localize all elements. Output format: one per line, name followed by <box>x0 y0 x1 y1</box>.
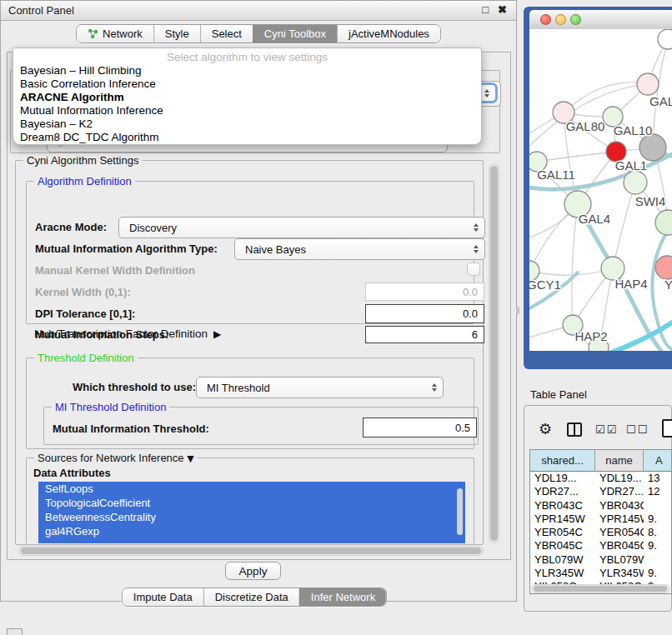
kernel-width-field[interactable]: 0.0 <box>365 282 484 301</box>
tab-discretize-data-label: Discretize Data <box>215 591 288 603</box>
gear-icon[interactable]: ⚙ <box>539 420 552 438</box>
dropdown-item[interactable]: Bayesian – K2 <box>13 118 481 131</box>
network-labels: GAL GAL80 GAL10 GAL1 GAL11 SWI4 GAL4 GCY… <box>529 94 672 343</box>
mi-type-combo[interactable]: Naive Bayes <box>234 238 485 260</box>
columns-icon[interactable] <box>567 422 582 437</box>
aracne-mode-combo[interactable]: Discovery <box>118 217 485 238</box>
control-panel-titlebar[interactable]: Control Panel □ ✖ <box>1 1 516 21</box>
mi-threshold-field[interactable]: 0.5 <box>363 418 477 438</box>
close-traffic-light[interactable] <box>540 14 551 25</box>
node[interactable] <box>624 171 647 194</box>
network-window-titlebar[interactable] <box>529 10 672 31</box>
tab-style[interactable]: Style <box>153 25 200 42</box>
tab-style-label: Style <box>165 28 189 40</box>
top-tab-bar: Network Style Select Cyni Toolbox jActiv… <box>76 24 441 43</box>
vertical-scrollbar[interactable] <box>489 163 499 543</box>
mi-steps-field[interactable]: 6 <box>365 326 484 343</box>
table-row[interactable]: YER054CYER054C8. <box>530 526 672 539</box>
manual-kernel-checkbox[interactable] <box>467 262 480 276</box>
expand-arrow-icon[interactable]: ▶ <box>213 328 221 340</box>
tab-network-label: Network <box>103 28 143 40</box>
network-icon <box>88 28 98 39</box>
apply-button-label: Apply <box>239 565 268 578</box>
table-row[interactable]: YBR043CYBR043C <box>530 499 672 512</box>
table-panel-title: Table Panel <box>530 388 587 401</box>
list-item-partial[interactable] <box>38 538 465 543</box>
table-horizontal-scrollbar-thumb[interactable] <box>534 586 667 592</box>
list-item[interactable]: SelfLoops <box>38 482 465 496</box>
list-item[interactable]: gal4RGexp <box>38 524 465 538</box>
cyni-settings-title: Cyni Algorithm Settings <box>23 154 142 167</box>
table-horizontal-scrollbar[interactable] <box>531 584 670 593</box>
dropdown-item[interactable]: Dream8 DC_TDC Algorithm <box>13 131 481 144</box>
tab-cyni-toolbox[interactable]: Cyni Toolbox <box>253 25 337 42</box>
vertical-scrollbar-thumb[interactable] <box>490 166 498 541</box>
network-canvas[interactable]: GAL GAL80 GAL10 GAL1 GAL11 SWI4 GAL4 GCY… <box>529 29 672 351</box>
hub-definition-row[interactable]: Hub/Transcription Factor Definition ▶ <box>34 328 221 340</box>
float-icon[interactable]: □ <box>482 3 489 16</box>
column-header-third[interactable]: A <box>644 450 672 472</box>
hub-definition-label: Hub/Transcription Factor Definition <box>34 328 208 340</box>
kernel-width-label: Kernel Width (0,1): <box>35 286 131 298</box>
node[interactable] <box>658 29 672 49</box>
column-header-shared-name[interactable]: shared... <box>530 450 595 472</box>
algorithm-definition-title: Algorithm Definition <box>34 175 135 188</box>
minimized-panel-icon[interactable] <box>7 628 23 635</box>
panel-title: Control Panel <box>1 4 74 17</box>
table-row[interactable]: YDL19...YDL19...13 <box>530 472 672 485</box>
table-row[interactable]: YLR345WYLR345W9. <box>530 567 672 580</box>
network-graph[interactable]: GAL GAL80 GAL10 GAL1 GAL11 SWI4 GAL4 GCY… <box>529 29 672 351</box>
table-row[interactable]: YBL079WYBL079W <box>530 553 672 567</box>
node-swi4[interactable] <box>655 210 672 235</box>
apply-button[interactable]: Apply <box>225 562 281 580</box>
algorithm-dropdown-popup: Select algorithm to view settings Bayesi… <box>13 48 482 145</box>
node-salmon[interactable] <box>655 256 672 279</box>
select-all-checks-icon[interactable]: ☑☑ <box>595 423 618 436</box>
table-panel: ⚙ ☑☑ ☐☐ shared... name A YDL19...YDL19..… <box>524 405 672 612</box>
network-window: GAL GAL80 GAL10 GAL1 GAL11 SWI4 GAL4 GCY… <box>524 7 672 369</box>
tab-discretize-data[interactable]: Discretize Data <box>203 588 299 606</box>
dropdown-item[interactable]: Mutual Information Inference <box>13 104 481 118</box>
horizontal-scrollbar-thumb[interactable] <box>21 548 481 554</box>
tab-impute-data[interactable]: Impute Data <box>123 588 203 606</box>
column-header-name[interactable]: name <box>595 450 644 472</box>
table-row[interactable]: YBR045CYBR045C9. <box>530 539 672 552</box>
close-icon[interactable]: ✖ <box>498 3 507 16</box>
which-threshold-label: Which threshold to use: <box>73 381 196 393</box>
node-label: GAL1 <box>615 158 647 172</box>
table-row[interactable]: YDR27...YDR27...12 <box>530 485 672 498</box>
tab-select[interactable]: Select <box>200 25 253 42</box>
table-row[interactable]: YPR145WYPR145W9. <box>530 512 672 526</box>
table-body: YDL19...YDL19...13 YDR27...YDR27...12 YB… <box>530 472 672 594</box>
zoom-traffic-light[interactable] <box>570 14 581 25</box>
node-label: SWI4 <box>635 194 666 208</box>
algorithm-definition-group: Algorithm Definition Aracne Mode: Discov… <box>26 181 474 324</box>
list-item[interactable]: TopologicalCoefficient <box>38 496 465 510</box>
node[interactable] <box>637 73 659 95</box>
tab-jactivemnodules[interactable]: jActiveMNodules <box>337 25 440 42</box>
new-table-icon[interactable] <box>662 419 672 438</box>
sources-group: Sources for Network Inference ▼ Data Att… <box>26 458 474 544</box>
dpi-tolerance-field[interactable]: 0.0 <box>365 304 484 323</box>
list-scrollbar-thumb[interactable] <box>457 488 463 535</box>
minimize-traffic-light[interactable] <box>555 14 566 25</box>
kernel-width-value: 0.0 <box>463 286 478 298</box>
horizontal-scrollbar[interactable] <box>18 546 484 556</box>
threshold-definition-title: Threshold Definition <box>34 352 138 364</box>
node-table[interactable]: shared... name A YDL19...YDL19...13 YDR2… <box>529 449 672 594</box>
which-threshold-combo[interactable]: MI Threshold <box>196 377 444 398</box>
data-attributes-list[interactable]: SelfLoops TopologicalCoefficient Between… <box>38 482 465 543</box>
node-gray[interactable] <box>639 134 666 161</box>
splitter-handle[interactable] <box>516 307 519 314</box>
dropdown-item-selected[interactable]: ARACNE Algorithm <box>13 91 481 104</box>
list-item[interactable]: BetweennessCentrality <box>38 510 465 524</box>
deselect-all-checks-icon[interactable]: ☐☐ <box>626 423 649 436</box>
collapse-arrow-icon[interactable]: ▼ <box>187 453 193 464</box>
dropdown-item[interactable]: Bayesian – Hill Climbing <box>13 64 481 78</box>
dropdown-item[interactable]: Basic Correlation Inference <box>13 78 481 91</box>
table-header-row: shared... name A <box>530 450 672 472</box>
tab-network[interactable]: Network <box>77 25 153 42</box>
manual-kernel-label: Manual Kernel Width Definition <box>35 264 195 277</box>
tab-infer-network[interactable]: Infer Network <box>299 588 386 606</box>
tab-cyni-toolbox-label: Cyni Toolbox <box>264 28 326 40</box>
